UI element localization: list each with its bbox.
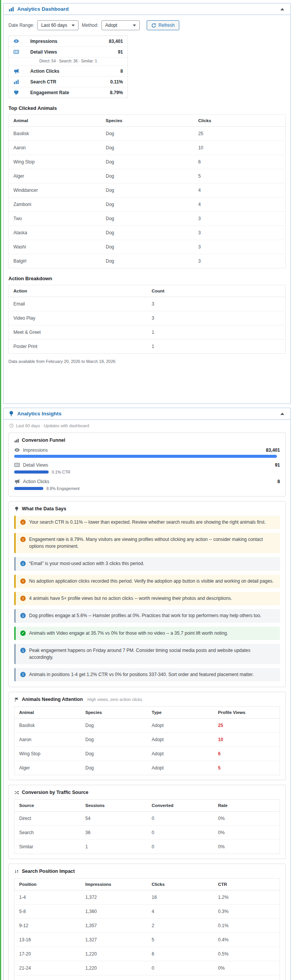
column-header: Species (101, 115, 193, 127)
table-cell: 1 (81, 840, 147, 854)
dashboard-panel-header[interactable]: Analytics Dashboard (4, 3, 290, 15)
table-cell: Adopt (147, 761, 213, 775)
table-cell: 1,220 (81, 961, 147, 975)
stats-card: Impressions83,401Detail Views91Direct: 5… (8, 36, 128, 98)
table-cell: 36 (81, 826, 147, 840)
funnel-label: Action Clicks (23, 479, 49, 484)
table-row: AlgerDogAdopt5 (15, 761, 280, 775)
insight-text: Engagement rate is 8.79%. Many visitors … (29, 536, 275, 550)
action-breakdown-table: ActionCountEmail3Video Play3Meet & Greet… (8, 285, 286, 354)
funnel-note: 0.1% CTR (52, 470, 70, 474)
table-cell: Basilisk (15, 719, 81, 733)
table-cell: 0 (147, 961, 213, 975)
sort-icon (14, 869, 19, 874)
table-cell: 3 (193, 240, 285, 254)
id-card-icon (14, 462, 20, 468)
stat-value: 8.79% (110, 90, 123, 95)
method-label: Method: (82, 23, 98, 28)
table-row: AlaskaDog3 (9, 226, 286, 240)
table-cell: 17-20 (15, 947, 81, 961)
table-cell: Alaska (9, 226, 101, 240)
stat-row: Action Clicks8 (9, 66, 128, 77)
stat-row: Detail Views91 (9, 47, 128, 57)
funnel-bar (14, 470, 49, 474)
funnel-value: 91 (275, 462, 280, 468)
data-availability-note: Data available from February 20, 2026 to… (8, 359, 286, 364)
table-row: 17-201,22060.5% (15, 947, 280, 961)
insight-item: iAnimals in positions 1-4 get 1.2% CTR v… (14, 668, 280, 681)
insights-meta: Last 60 days · Updates with dashboard (4, 420, 290, 428)
table-row: TwoDog3 (9, 212, 286, 226)
table-cell: 3 (193, 254, 285, 268)
column-header: Impressions (81, 879, 147, 890)
dashboard-controls: Date Range: Last 60 days Method: Adopt R… (8, 20, 286, 30)
table-cell: 0.4% (213, 933, 280, 947)
funnel-note: 8.8% Engagement (46, 486, 79, 491)
conversion-funnel-card: Conversion Funnel Impressions83,401Detai… (8, 433, 286, 497)
flag-icon (14, 697, 19, 702)
date-range-select[interactable]: Last 60 days (37, 20, 79, 30)
table-cell: 0% (213, 826, 280, 840)
data-says-card: What the Data Says !Your search CTR is 0… (8, 501, 286, 687)
clock-icon (9, 423, 14, 428)
table-row: ZamboniDog4 (9, 198, 286, 212)
insights-panel-header[interactable]: Analytics Insights (4, 408, 290, 420)
table-cell: 6 (193, 155, 285, 169)
funnel-label: Detail Views (23, 462, 48, 468)
refresh-button[interactable]: Refresh (147, 20, 179, 30)
table-cell: 1,372 (81, 890, 147, 905)
table-cell: 25-28 (15, 975, 81, 980)
data-says-heading: What the Data Says (22, 506, 66, 511)
table-row: AlgerDog5 (9, 169, 286, 183)
insights-title: Analytics Insights (17, 411, 62, 416)
stat-label: Search CTR (25, 79, 110, 85)
table-cell: 6 (213, 747, 280, 761)
table-row: 9-121,35720.1% (15, 919, 280, 933)
table-row: 13-161,32750.4% (15, 933, 280, 947)
attention-subtitle: High views, zero action clicks (87, 697, 142, 702)
table-cell: Adopt (147, 719, 213, 733)
table-cell: Dog (101, 254, 193, 268)
table-cell: Zamboni (9, 198, 101, 212)
method-select[interactable]: Adopt (101, 20, 140, 30)
table-cell: Batgirl (9, 254, 101, 268)
table-cell: 0% (213, 840, 280, 854)
table-cell: 1 (147, 340, 286, 354)
table-cell: Wing Stop (15, 747, 81, 761)
table-cell: Alger (9, 169, 101, 183)
table-cell: 1,327 (81, 933, 147, 947)
table-cell: Meet & Greet (9, 325, 147, 340)
funnel-heading: Conversion Funnel (22, 438, 65, 443)
collapse-button[interactable] (279, 7, 286, 12)
table-cell: 3 (147, 297, 286, 311)
table-cell: 4 (193, 183, 285, 198)
column-header: Position (15, 879, 81, 890)
collapse-button[interactable] (279, 411, 286, 416)
table-cell: 4 (193, 198, 285, 212)
table-cell: 10 (213, 733, 280, 747)
table-cell: 3 (193, 226, 285, 240)
table-cell: 2 (147, 919, 213, 933)
method-value: Adopt (105, 23, 117, 28)
table-cell: Winddancer (9, 183, 101, 198)
info-icon: i (20, 561, 26, 566)
id-card-icon (13, 49, 25, 55)
table-cell: Similar (15, 840, 81, 854)
table-cell: Dog (101, 183, 193, 198)
position-card: Search Position Impact PositionImpressio… (8, 864, 286, 980)
table-cell: Dog (101, 198, 193, 212)
column-header: Clicks (193, 115, 285, 127)
chevron-down-icon (133, 24, 136, 26)
warning-icon: ! (20, 578, 26, 584)
bar-chart-icon (8, 6, 14, 12)
table-row: 5-81,36040.3% (15, 905, 280, 919)
warning-icon: ! (20, 537, 26, 542)
table-cell: Two (9, 212, 101, 226)
insights-panel-body: Last 60 days · Updates with dashboard Co… (4, 420, 290, 980)
table-cell: 0.5% (213, 947, 280, 961)
date-range-value: Last 60 days (41, 23, 67, 28)
insight-item: iPeak engagement happens on Friday aroun… (14, 644, 280, 664)
table-cell: 13-16 (15, 933, 81, 947)
table-cell: Adopt (147, 733, 213, 747)
table-cell: Aaron (15, 733, 81, 747)
